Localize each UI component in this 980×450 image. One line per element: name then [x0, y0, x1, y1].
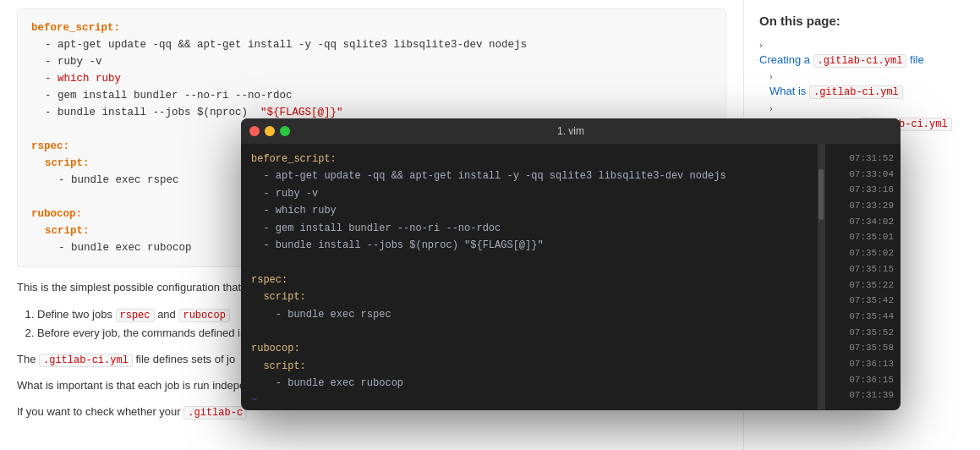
ts-14: 07:36:13: [832, 356, 894, 372]
ts-1: 07:31:52: [832, 151, 894, 167]
sidebar-link-2[interactable]: What is .gitlab-ci.yml: [769, 82, 965, 101]
vim-line-14: - bundle exec rubocop: [251, 375, 808, 392]
close-button[interactable]: [249, 126, 260, 136]
rspec-code: rspec: [116, 309, 155, 322]
ts-3: 07:33:16: [832, 182, 894, 198]
chevron-icon-1: ›: [759, 40, 763, 50]
vim-line-6: - bundle install --jobs $(nproc) "${FLAG…: [251, 237, 808, 254]
vim-body: before_script: - apt-get update -qq && a…: [241, 144, 901, 410]
vim-scrollbar[interactable]: [818, 144, 824, 410]
sidebar-title: On this page:: [759, 14, 965, 28]
sidebar-item-2[interactable]: › What is .gitlab-ci.yml: [759, 69, 965, 101]
yml-check-code: .gitlab-c: [183, 406, 247, 420]
code-line-2: - apt-get update -qq && apt-get install …: [31, 36, 712, 53]
traffic-lights[interactable]: [249, 126, 290, 136]
vim-line-11: [251, 323, 808, 340]
vim-line-16: ~: [251, 409, 808, 410]
vim-line-10: - bundle exec rspec: [251, 306, 808, 323]
vim-line-9: script:: [251, 288, 808, 305]
maximize-button[interactable]: [280, 126, 290, 136]
ts-11: 07:35:44: [832, 309, 894, 325]
ts-2: 07:33:04: [832, 167, 894, 183]
vim-line-8: rspec:: [251, 272, 808, 288]
ts-10: 07:35:42: [832, 293, 894, 309]
vim-title: 1. vim: [557, 125, 584, 137]
yml-code: .gitlab-ci.yml: [39, 354, 133, 367]
ts-9: 07:35:22: [832, 277, 894, 294]
vim-code-area: before_script: - apt-get update -qq && a…: [241, 144, 818, 410]
vim-timestamps: 07:31:52 07:33:04 07:33:16 07:33:29 07:3…: [824, 144, 901, 410]
vim-line-1: before_script:: [251, 151, 808, 167]
vim-line-13: script:: [251, 358, 808, 375]
chevron-icon-2: ›: [769, 71, 773, 81]
ts-13: 07:35:58: [832, 340, 894, 356]
code-line-3: - ruby -v: [31, 53, 712, 70]
vim-line-12: rubocop:: [251, 340, 808, 357]
code-line-1: before_script:: [31, 19, 712, 36]
rubocop-code: rubocop: [178, 309, 229, 322]
ts-5: 07:34:02: [832, 214, 894, 230]
vim-line-3: - ruby -v: [251, 185, 808, 202]
sidebar-link-1[interactable]: Creating a .gitlab-ci.yml file: [759, 51, 965, 69]
vim-line-15: ~: [251, 392, 808, 409]
sidebar-item-1[interactable]: › Creating a .gitlab-ci.yml file: [759, 38, 965, 69]
vim-titlebar: 1. vim: [241, 118, 901, 144]
chevron-icon-3: ›: [769, 103, 773, 113]
ts-15: 07:36:15: [832, 372, 894, 388]
code-line-4: - which ruby: [31, 70, 712, 87]
ts-8: 07:35:15: [832, 261, 894, 277]
vim-scrollbar-thumb[interactable]: [818, 169, 824, 220]
ts-12: 07:35:52: [832, 325, 894, 341]
code-line-5: - gem install bundler --no-ri --no-rdoc: [31, 87, 712, 104]
vim-line-2: - apt-get update -qq && apt-get install …: [251, 167, 808, 184]
vim-line-7: [251, 254, 808, 271]
ts-7: 07:35:02: [832, 245, 894, 261]
minimize-button[interactable]: [265, 126, 275, 136]
vim-line-5: - gem install bundler --no-ri --no-rdoc: [251, 220, 808, 237]
ts-16: 07:31:39: [832, 387, 894, 403]
ts-6: 07:35:01: [832, 229, 894, 245]
vim-line-4: - which ruby: [251, 202, 808, 219]
ts-4: 07:33:29: [832, 198, 894, 214]
vim-terminal: 1. vim before_script: - apt-get update -…: [241, 118, 901, 410]
